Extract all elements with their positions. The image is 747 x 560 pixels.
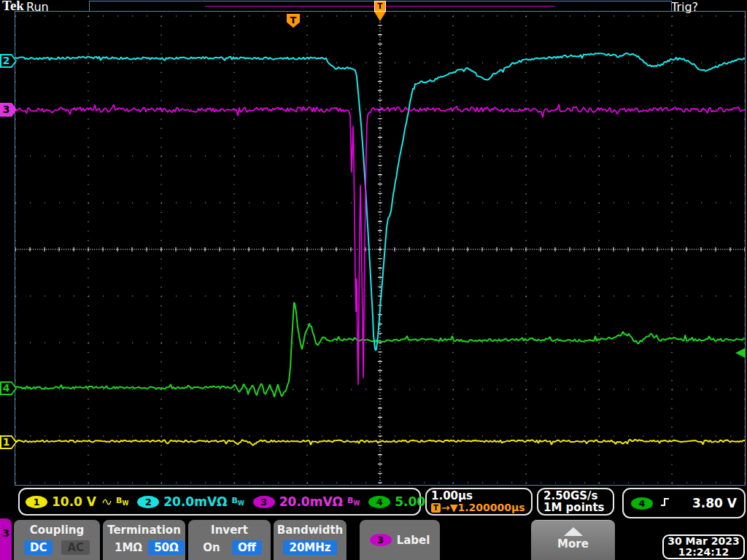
ch2-badge: 2 [137,496,159,508]
more-up-arrow-icon [564,527,583,536]
invert-off-option[interactable]: Off [232,540,262,555]
more-button[interactable]: More [531,520,615,560]
sample-rate: 2.50GS/s [543,490,608,502]
record-view-bar: T [89,1,672,12]
coupling-dc-option[interactable]: DC [24,540,53,555]
label-button[interactable]: 3 Label [360,520,440,560]
graticule-frame [15,11,746,486]
ch3-ground-marker[interactable]: 3 [0,103,17,117]
horizontal-readout: 1.00µs T→▼1.200000µs [425,488,533,516]
invert-title: Invert [188,524,271,537]
invert-button[interactable]: Invert On Off [188,520,271,560]
ch1-scale: 10.0 V [52,494,96,509]
ch2-scale: 20.0mVΩ [163,494,227,509]
bandwidth-title: Bandwidth [274,524,347,537]
ch3-badge: 3 [253,496,275,508]
label-title: Label [397,534,430,547]
ch3-marker-label: 3 [0,103,12,117]
termination-button[interactable]: Termination 1MΩ 50Ω [103,520,185,560]
delay-arrow-icon: → [441,502,450,513]
time-value: 12:24:12 [664,547,743,558]
trigger-slope-icon [660,497,671,510]
ch2-ground-marker[interactable]: 2 [0,54,17,68]
horizontal-delay: T→▼1.200000µs [431,502,527,513]
ch2-marker-label: 2 [0,54,12,68]
coupling-button[interactable]: Coupling DC AC [14,520,100,560]
bandwidth-button[interactable]: Bandwidth 20MHz [274,520,347,560]
ch1-badge: 1 [26,496,47,508]
oscilloscope-screen: Tek Run Trig? T T 2 3 4 1 1 10.0 V BW 2 … [0,0,747,560]
ch3-bw-limit-badge: BW [347,496,360,507]
trigger-level-value: 3.80 V [692,496,737,510]
datetime-display: 30 Mar 2023 12:24:12 [662,534,745,559]
tek-logo: Tek [2,0,24,14]
trigger-source-badge: 4 [631,497,653,510]
delay-expansion-icon: ▼ [450,502,458,513]
more-title: More [531,537,615,551]
channel-scale-readouts: 1 10.0 V BW 2 20.0mVΩ BW 3 20.0mVΩ BW 4 … [18,488,421,516]
coupling-title: Coupling [14,524,100,537]
bandwidth-value[interactable]: 20MHz [283,540,336,555]
trigger-level-marker-icon[interactable] [735,348,746,358]
ch1-bw-limit-badge: BW [116,496,128,507]
trigger-status: Trig? [671,0,698,14]
menu-channel-tab[interactable]: 3 [0,518,12,560]
termination-title: Termination [103,524,185,537]
delay-trigger-flag-icon: T [431,503,441,513]
delay-value: 1.200000µs [458,502,525,513]
acquisition-status: Run [26,0,49,14]
record-length: 1M points [543,502,608,513]
ch4-badge: 4 [368,496,390,508]
ch1-marker-label: 1 [0,435,12,449]
horizontal-scale: 1.00µs [431,490,527,502]
ch1-ground-marker[interactable]: 1 [0,435,17,449]
invert-on-option[interactable]: On [197,540,225,555]
trigger-position-marker-icon[interactable] [374,12,386,21]
ch4-marker-label: 4 [0,381,12,395]
termination-50-option[interactable]: 50Ω [148,540,185,555]
ch4-ground-marker[interactable]: 4 [0,381,17,395]
acquisition-readout: 2.50GS/s 1M points [537,488,614,516]
ch3-scale: 20.0mVΩ [279,494,343,509]
date-value: 30 Mar 2023 [664,536,743,547]
record-trigger-flag-icon[interactable]: T [374,1,386,12]
trigger-readout: 4 3.80 V [622,488,746,518]
label-channel-badge: 3 [370,534,392,546]
coupling-ac-option[interactable]: AC [61,540,90,555]
termination-1m-option[interactable]: 1MΩ [109,540,148,555]
ch1-coupling-sine-icon [102,495,112,509]
ch2-bw-limit-badge: BW [232,496,244,507]
